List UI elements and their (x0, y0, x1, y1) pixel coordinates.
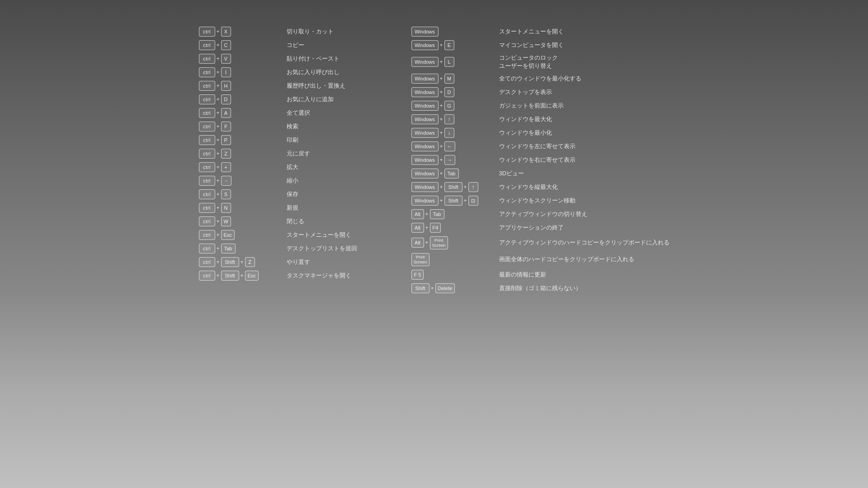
plus-sign: + (217, 137, 220, 143)
shortcut-row: Alt+F4アプリケーションの終了 (411, 221, 670, 235)
key-combo: Alt+F4 (411, 223, 493, 233)
key-badge: + (221, 162, 231, 172)
key-badge: A (221, 108, 231, 118)
shortcut-row: ctrl+N新規 (199, 201, 357, 215)
key-badge: PrintScreen (430, 236, 448, 249)
key-badge: Shift (444, 182, 462, 192)
key-combo: Windows+E (411, 40, 493, 50)
shortcut-description: ウィンドウを左に寄せて表示 (499, 142, 576, 150)
key-combo: Windows+D (411, 87, 493, 97)
shortcut-description: 最新の情報に更新 (499, 271, 546, 279)
key-badge: ctrl (199, 122, 215, 131)
shortcut-row: Windows+Eマイコンピュータを開く (411, 38, 670, 52)
shortcut-description: 元に戻す (287, 150, 310, 158)
key-badge: ctrl (199, 230, 215, 240)
shortcut-description: 検索 (287, 122, 298, 131)
shortcut-description: ウィンドウをスクリーン移動 (499, 197, 576, 205)
shortcut-row: Windows+Shift+⊡ウィンドウをスクリーン移動 (411, 194, 670, 207)
plus-sign: + (217, 245, 220, 252)
shortcut-description: 履歴呼び出し・置換え (287, 82, 345, 90)
key-badge: Windows (411, 27, 439, 37)
key-combo: ctrl+－ (199, 176, 280, 186)
key-combo: ctrl+Shift+Esc (199, 271, 280, 281)
shortcut-description: デスクトップリストを巡回 (287, 244, 357, 253)
key-combo: ctrl+D (199, 94, 280, 104)
key-combo: ctrl+I (199, 67, 280, 77)
plus-sign: + (217, 83, 220, 89)
shortcut-description: 画面全体のハードコピーをクリップボードに入れる (499, 255, 634, 263)
shortcut-description: ウィンドウを縦最大化 (499, 183, 558, 191)
key-badge: ctrl (199, 94, 215, 104)
shortcut-description: 貼り付け・ペースト (287, 55, 340, 63)
key-badge: ctrl (199, 27, 215, 37)
plus-sign: + (217, 28, 220, 35)
shortcut-row: ctrl+Tabデスクトップリストを巡回 (199, 242, 357, 255)
plus-sign: + (440, 89, 443, 95)
key-combo: ctrl+Esc (199, 230, 280, 240)
key-combo: Windows+← (411, 141, 493, 151)
key-badge: ↑ (468, 182, 478, 192)
plus-sign: + (217, 218, 220, 225)
plus-sign: + (217, 110, 220, 116)
key-combo: Windows+→ (411, 155, 493, 165)
key-badge: Windows (411, 114, 439, 124)
key-badge: Windows (411, 57, 439, 67)
shortcut-description: 保存 (287, 190, 298, 198)
shortcut-row: ctrl+S保存 (199, 188, 357, 201)
plus-sign: + (440, 130, 443, 136)
shortcut-description: アクティブウィンドウの切り替え (499, 210, 587, 218)
key-badge: Z (221, 149, 231, 159)
key-badge: Esc (245, 271, 259, 281)
key-badge: X (221, 27, 231, 37)
key-badge: ctrl (199, 81, 215, 91)
key-badge: L (444, 57, 454, 67)
right-column: Windowsスタートメニューを開くWindows+Eマイコンピュータを開くWi… (411, 25, 670, 295)
key-badge: － (221, 176, 231, 186)
key-badge: F 5 (411, 270, 424, 280)
shortcut-row: ctrl+Escスタートメニューを開く (199, 228, 357, 242)
plus-sign: + (440, 103, 443, 109)
key-badge: Shift (221, 257, 239, 267)
key-combo: Alt+Tab (411, 209, 493, 219)
shortcut-row: ctrl+－縮小 (199, 174, 357, 188)
shortcut-description: お気に入りに追加 (287, 95, 334, 103)
shortcut-description: 印刷 (287, 136, 298, 144)
key-badge: ctrl (199, 40, 215, 50)
shortcut-description: 切り取り・カット (287, 28, 334, 36)
key-badge: S (221, 189, 231, 199)
key-badge: Windows (411, 155, 439, 165)
key-badge: Shift (444, 196, 462, 206)
plus-sign: + (464, 184, 467, 190)
plus-sign: + (241, 259, 244, 265)
shortcut-description: ウィンドウを最小化 (499, 129, 552, 137)
shortcut-description: アプリケーションの終了 (499, 224, 564, 232)
shortcut-description: 拡大 (287, 163, 298, 171)
shortcut-description: 全てのウィンドウを最小化する (499, 75, 581, 83)
key-badge: ↓ (444, 128, 454, 138)
plus-sign: + (464, 197, 467, 204)
key-badge: ⊡ (468, 196, 478, 206)
key-badge: Windows (411, 169, 439, 178)
shortcut-row: Shift+Delete直接削除（ゴミ箱に残らない） (411, 282, 670, 295)
key-combo: Windows+Tab (411, 169, 493, 178)
key-badge: I (221, 67, 231, 77)
key-badge: ctrl (199, 244, 215, 253)
key-badge: V (221, 54, 231, 64)
shortcut-row: Windows+M全てのウィンドウを最小化する (411, 72, 670, 85)
shortcut-row: ctrl+Dお気に入りに追加 (199, 93, 357, 106)
key-badge: E (444, 40, 454, 50)
shortcut-description: ガジェットを前面に表示 (499, 102, 564, 110)
key-badge: H (221, 81, 231, 91)
plus-sign: + (217, 259, 220, 265)
key-badge: Tab (221, 244, 236, 253)
key-badge: ctrl (199, 189, 215, 199)
shortcut-row: Windows+←ウィンドウを左に寄せて表示 (411, 140, 670, 153)
key-badge: ctrl (199, 176, 215, 186)
plus-sign: + (217, 272, 220, 279)
key-badge: Esc (221, 230, 235, 240)
plus-sign: + (440, 42, 443, 48)
key-badge: Tab (430, 209, 444, 219)
key-badge: ctrl (199, 67, 215, 77)
shortcut-description: スタートメニューを開く (287, 231, 351, 239)
plus-sign: + (217, 150, 220, 157)
